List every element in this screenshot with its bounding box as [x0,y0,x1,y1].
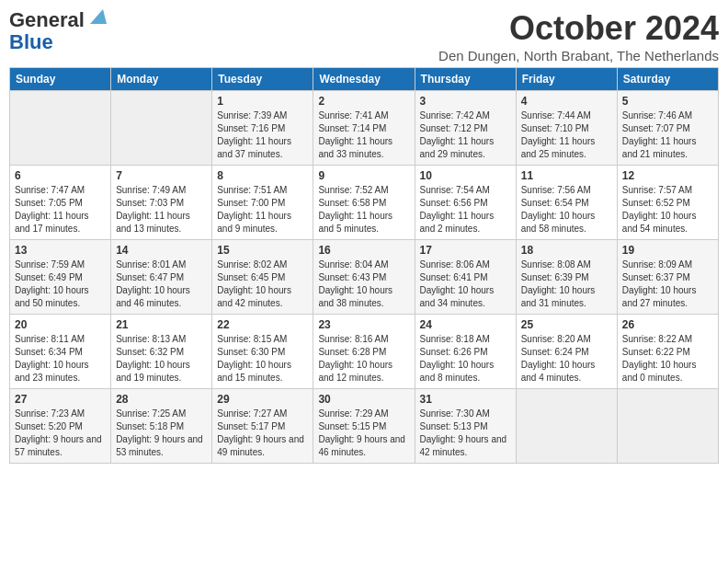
calendar-cell: 15Sunrise: 8:02 AMSunset: 6:45 PMDayligh… [212,240,313,315]
header-thursday: Thursday [415,68,516,91]
calendar-cell: 10Sunrise: 7:54 AMSunset: 6:56 PMDayligh… [415,166,516,240]
day-number: 25 [521,318,612,331]
day-info: Sunrise: 7:27 AMSunset: 5:17 PMDaylight:… [217,408,308,459]
day-number: 24 [420,318,511,331]
day-number: 20 [15,318,106,331]
day-number: 17 [420,244,511,257]
header-sunday: Sunday [10,68,111,91]
calendar-cell: 6Sunrise: 7:47 AMSunset: 7:05 PMDaylight… [10,166,111,240]
calendar-cell: 30Sunrise: 7:29 AMSunset: 5:15 PMDayligh… [313,389,415,464]
day-info: Sunrise: 8:02 AMSunset: 6:45 PMDaylight:… [217,259,308,310]
day-info: Sunrise: 8:08 AMSunset: 6:39 PMDaylight:… [521,259,612,310]
svg-marker-0 [90,9,107,24]
day-info: Sunrise: 7:41 AMSunset: 7:14 PMDaylight:… [318,109,409,161]
calendar-cell: 9Sunrise: 7:52 AMSunset: 6:58 PMDaylight… [313,166,415,240]
calendar-table: SundayMondayTuesdayWednesdayThursdayFrid… [9,67,719,464]
header-saturday: Saturday [617,68,718,91]
day-number: 3 [420,95,511,108]
day-number: 13 [15,244,106,257]
calendar-cell: 4Sunrise: 7:44 AMSunset: 7:10 PMDaylight… [516,91,617,166]
calendar-cell: 1Sunrise: 7:39 AMSunset: 7:16 PMDaylight… [212,91,313,166]
day-info: Sunrise: 8:22 AMSunset: 6:22 PMDaylight:… [622,333,713,385]
day-number: 5 [622,95,713,108]
calendar-cell: 2Sunrise: 7:41 AMSunset: 7:14 PMDaylight… [313,91,415,166]
day-info: Sunrise: 7:39 AMSunset: 7:16 PMDaylight:… [217,109,308,161]
calendar-cell: 20Sunrise: 8:11 AMSunset: 6:34 PMDayligh… [10,315,111,389]
calendar-cell: 28Sunrise: 7:25 AMSunset: 5:18 PMDayligh… [111,389,212,464]
day-info: Sunrise: 8:18 AMSunset: 6:26 PMDaylight:… [420,333,511,385]
day-number: 10 [420,169,511,182]
day-info: Sunrise: 7:30 AMSunset: 5:13 PMDaylight:… [420,408,511,459]
calendar-row-1: 6Sunrise: 7:47 AMSunset: 7:05 PMDaylight… [10,166,719,240]
day-number: 16 [318,244,409,257]
calendar-cell [111,91,212,166]
day-info: Sunrise: 7:42 AMSunset: 7:12 PMDaylight:… [420,109,511,161]
day-info: Sunrise: 7:47 AMSunset: 7:05 PMDaylight:… [15,184,106,236]
day-info: Sunrise: 8:13 AMSunset: 6:32 PMDaylight:… [116,333,207,385]
calendar-cell [516,389,617,464]
day-info: Sunrise: 8:06 AMSunset: 6:41 PMDaylight:… [420,259,511,310]
day-number: 26 [622,318,713,331]
calendar-cell: 21Sunrise: 8:13 AMSunset: 6:32 PMDayligh… [111,315,212,389]
day-number: 2 [318,95,409,108]
calendar-cell: 14Sunrise: 8:01 AMSunset: 6:47 PMDayligh… [111,240,212,315]
page-header: General Blue October 2024 Den Dungen, No… [9,9,719,63]
day-number: 15 [217,244,308,257]
day-info: Sunrise: 8:20 AMSunset: 6:24 PMDaylight:… [521,333,612,385]
day-number: 30 [318,393,409,406]
logo-text-general: General [9,9,85,31]
day-number: 18 [521,244,612,257]
day-number: 11 [521,169,612,182]
calendar-cell: 22Sunrise: 8:15 AMSunset: 6:30 PMDayligh… [212,315,313,389]
day-info: Sunrise: 7:56 AMSunset: 6:54 PMDaylight:… [521,184,612,236]
day-number: 21 [116,318,207,331]
calendar-row-2: 13Sunrise: 7:59 AMSunset: 6:49 PMDayligh… [10,240,719,315]
header-monday: Monday [111,68,212,91]
day-info: Sunrise: 8:15 AMSunset: 6:30 PMDaylight:… [217,333,308,385]
day-number: 1 [217,95,308,108]
title-block: October 2024 Den Dungen, North Brabant, … [438,9,719,63]
day-number: 28 [116,393,207,406]
day-info: Sunrise: 7:46 AMSunset: 7:07 PMDaylight:… [622,109,713,161]
day-number: 4 [521,95,612,108]
logo-text-blue: Blue [9,31,53,53]
header-tuesday: Tuesday [212,68,313,91]
day-info: Sunrise: 7:52 AMSunset: 6:58 PMDaylight:… [318,184,409,236]
calendar-cell: 7Sunrise: 7:49 AMSunset: 7:03 PMDaylight… [111,166,212,240]
calendar-row-0: 1Sunrise: 7:39 AMSunset: 7:16 PMDaylight… [10,91,719,166]
day-number: 22 [217,318,308,331]
day-number: 27 [15,393,106,406]
calendar-cell: 27Sunrise: 7:23 AMSunset: 5:20 PMDayligh… [10,389,111,464]
calendar-cell [617,389,718,464]
header-wednesday: Wednesday [313,68,415,91]
day-info: Sunrise: 8:04 AMSunset: 6:43 PMDaylight:… [318,259,409,310]
day-number: 19 [622,244,713,257]
calendar-cell: 12Sunrise: 7:57 AMSunset: 6:52 PMDayligh… [617,166,718,240]
day-number: 29 [217,393,308,406]
calendar-cell: 11Sunrise: 7:56 AMSunset: 6:54 PMDayligh… [516,166,617,240]
calendar-cell: 17Sunrise: 8:06 AMSunset: 6:41 PMDayligh… [415,240,516,315]
day-number: 31 [420,393,511,406]
calendar-cell: 19Sunrise: 8:09 AMSunset: 6:37 PMDayligh… [617,240,718,315]
calendar-cell: 3Sunrise: 7:42 AMSunset: 7:12 PMDaylight… [415,91,516,166]
day-info: Sunrise: 7:49 AMSunset: 7:03 PMDaylight:… [116,184,207,236]
day-info: Sunrise: 8:01 AMSunset: 6:47 PMDaylight:… [116,259,207,310]
day-number: 8 [217,169,308,182]
day-info: Sunrise: 7:44 AMSunset: 7:10 PMDaylight:… [521,109,612,161]
day-info: Sunrise: 8:11 AMSunset: 6:34 PMDaylight:… [15,333,106,385]
day-info: Sunrise: 7:59 AMSunset: 6:49 PMDaylight:… [15,259,106,310]
calendar-cell: 13Sunrise: 7:59 AMSunset: 6:49 PMDayligh… [10,240,111,315]
calendar-header-row: SundayMondayTuesdayWednesdayThursdayFrid… [10,68,719,91]
logo: General Blue [9,9,107,53]
day-info: Sunrise: 7:54 AMSunset: 6:56 PMDaylight:… [420,184,511,236]
day-number: 12 [622,169,713,182]
calendar-cell: 24Sunrise: 8:18 AMSunset: 6:26 PMDayligh… [415,315,516,389]
day-number: 7 [116,169,207,182]
calendar-cell: 5Sunrise: 7:46 AMSunset: 7:07 PMDaylight… [617,91,718,166]
calendar-cell: 16Sunrise: 8:04 AMSunset: 6:43 PMDayligh… [313,240,415,315]
calendar-cell: 23Sunrise: 8:16 AMSunset: 6:28 PMDayligh… [313,315,415,389]
day-number: 14 [116,244,207,257]
calendar-cell: 18Sunrise: 8:08 AMSunset: 6:39 PMDayligh… [516,240,617,315]
calendar-cell: 8Sunrise: 7:51 AMSunset: 7:00 PMDaylight… [212,166,313,240]
day-info: Sunrise: 8:09 AMSunset: 6:37 PMDaylight:… [622,259,713,310]
